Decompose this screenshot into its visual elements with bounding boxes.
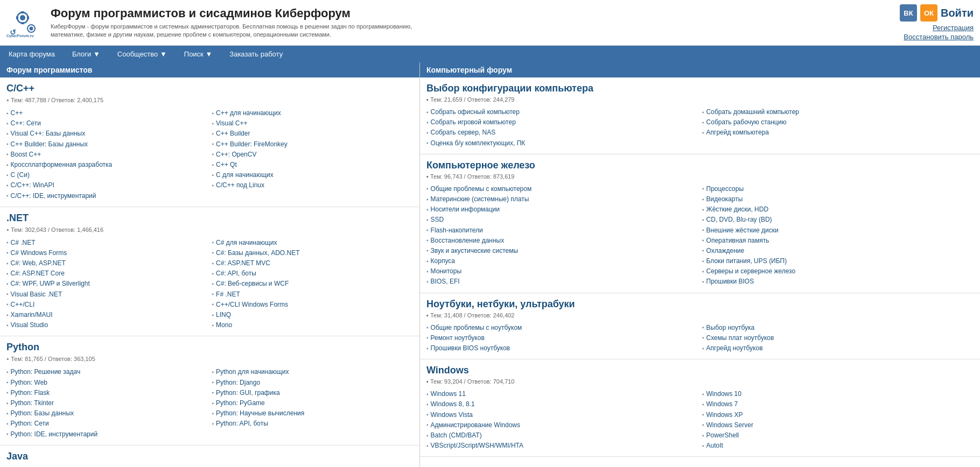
- forum-link[interactable]: C для начинающих: [216, 170, 274, 180]
- section-link-python[interactable]: Python: [6, 342, 39, 352]
- forum-link[interactable]: С (Си): [11, 170, 30, 180]
- forum-link[interactable]: Видеокарты: [706, 194, 743, 204]
- login-link[interactable]: Войти: [941, 7, 974, 19]
- forum-link[interactable]: C#: Базы данных, ADO.NET: [216, 248, 299, 258]
- forum-link[interactable]: Windows 7: [706, 399, 738, 409]
- forum-link[interactable]: C#: ASP.NET Core: [11, 268, 65, 279]
- forum-link[interactable]: Xamarin/MAUI: [11, 310, 53, 320]
- forum-link[interactable]: C#: WPF, UWP и Silverlight: [11, 279, 90, 289]
- forum-link[interactable]: Python: Flask: [11, 388, 50, 398]
- forum-link[interactable]: C++/CLI: [11, 300, 35, 310]
- nav-item-блоги[interactable]: Блоги ▼: [64, 46, 109, 62]
- right-section-link-config[interactable]: Выбор конфигурации компьютера: [426, 83, 593, 94]
- forum-link[interactable]: Windows 10: [706, 389, 741, 399]
- forum-link[interactable]: C#: Web, ASP.NET: [11, 258, 66, 268]
- forum-link[interactable]: Python: Сети: [11, 419, 49, 429]
- forum-link[interactable]: Администрирование Windows: [431, 420, 520, 430]
- forum-link[interactable]: Python: Решение задач: [11, 367, 81, 377]
- section-link-dotnet[interactable]: .NET: [6, 213, 29, 223]
- forum-link[interactable]: Восстановление данных: [431, 236, 505, 246]
- forum-link[interactable]: Python: Web: [11, 378, 47, 388]
- forum-link[interactable]: Batch (CMD/BAT): [431, 430, 482, 441]
- forum-link[interactable]: Материнские (системные) платы: [431, 194, 529, 204]
- forum-link[interactable]: C#: ASP.NET MVC: [216, 258, 270, 268]
- forum-link[interactable]: Python: Базы данных: [11, 408, 74, 419]
- forum-link[interactable]: Python: IDE, инструментарий: [11, 429, 98, 440]
- forum-link[interactable]: Оперативная память: [706, 236, 769, 246]
- forum-link[interactable]: Звук и акустические системы: [431, 246, 519, 256]
- forum-link[interactable]: Апгрейд ноутбуков: [706, 343, 763, 353]
- forum-link[interactable]: C++ для начинающих: [216, 108, 281, 118]
- forum-link[interactable]: C# для начинающих: [216, 238, 277, 248]
- forum-link[interactable]: Boost C++: [11, 150, 41, 160]
- forum-link[interactable]: C/C++: WinAPI: [11, 180, 54, 190]
- forum-link[interactable]: F# .NET: [216, 289, 240, 300]
- forum-link[interactable]: C++/CLI Windows Forms: [216, 300, 288, 310]
- section-link-cpp[interactable]: C/C++: [6, 83, 34, 94]
- forum-link[interactable]: Апгрейд компьютера: [706, 128, 769, 138]
- ok-button[interactable]: ОК: [920, 4, 937, 22]
- forum-link[interactable]: Python: PyGame: [216, 398, 265, 408]
- forum-link[interactable]: Собрать игровой компьютер: [431, 117, 516, 128]
- forum-link[interactable]: AutoIt: [706, 441, 723, 451]
- forum-link[interactable]: BIOS, EFI: [431, 277, 460, 287]
- forum-link[interactable]: Общие проблемы с компьютером: [431, 184, 532, 194]
- forum-link[interactable]: Python: GUI, графика: [216, 388, 280, 398]
- forum-link[interactable]: C++ Builder: FireMonkey: [216, 139, 288, 150]
- forum-link[interactable]: Python: Django: [216, 378, 260, 388]
- forum-link[interactable]: CD, DVD, Blu-ray (BD): [706, 215, 772, 225]
- forum-link[interactable]: PowerShell: [706, 430, 739, 441]
- forum-link[interactable]: Собрать домашний компьютер: [706, 107, 799, 117]
- forum-link[interactable]: Оценка б/у комплектующих, ПК: [431, 138, 526, 148]
- forum-link[interactable]: C++ Builder: [216, 129, 250, 139]
- forum-link[interactable]: C#: Веб-сервисы и WCF: [216, 279, 289, 289]
- forum-link[interactable]: Кроссплатформенная разработка: [11, 160, 113, 170]
- nav-item-заказатьработу[interactable]: Заказать работу: [221, 46, 291, 62]
- forum-link[interactable]: Python: API, боты: [216, 419, 268, 429]
- forum-link[interactable]: C#: API, боты: [216, 268, 256, 279]
- forum-link[interactable]: Собрать рабочую станцию: [706, 117, 787, 128]
- forum-link[interactable]: Windows Server: [706, 420, 753, 430]
- forum-link[interactable]: Внешние жёсткие диски: [706, 225, 779, 236]
- nav-item-картафорума[interactable]: Карта форума: [0, 46, 64, 62]
- right-section-link-notebooks[interactable]: Ноутбуки, нетбуки, ультрабуки: [426, 299, 575, 309]
- right-section-link-windows[interactable]: Windows: [426, 365, 469, 376]
- forum-link[interactable]: C# .NET: [11, 238, 36, 248]
- forum-link[interactable]: C++: OpenCV: [216, 150, 256, 160]
- forum-link[interactable]: Выбор ноутбука: [706, 323, 755, 333]
- forum-link[interactable]: Охлаждение: [706, 246, 745, 256]
- forum-link[interactable]: Общие проблемы с ноутбуком: [431, 323, 522, 333]
- forum-link[interactable]: Ремонт ноутбуков: [431, 333, 485, 343]
- forum-link[interactable]: Visual Basic .NET: [11, 289, 62, 300]
- forum-link[interactable]: Flash-накопители: [431, 225, 483, 236]
- forum-link[interactable]: C++: Сети: [11, 118, 41, 129]
- restore-password-link[interactable]: Восстановить пароль: [904, 33, 974, 41]
- forum-link[interactable]: Корпуса: [431, 256, 455, 266]
- forum-link[interactable]: LINQ: [216, 310, 231, 320]
- forum-link[interactable]: Процессоры: [706, 184, 744, 194]
- forum-link[interactable]: Windows Vista: [431, 410, 473, 420]
- forum-link[interactable]: Visual C++: Базы данных: [11, 129, 86, 139]
- forum-link[interactable]: C# Windows Forms: [11, 248, 67, 258]
- forum-link[interactable]: Python для начинающих: [216, 367, 289, 377]
- forum-link[interactable]: Python: Tkinter: [11, 398, 54, 408]
- forum-link[interactable]: VBScript/JScript/WSH/WMI/HTA: [431, 441, 523, 451]
- forum-link[interactable]: Windows 8, 8.1: [431, 399, 475, 409]
- forum-link[interactable]: Собрать сервер, NAS: [431, 128, 496, 138]
- forum-link[interactable]: Прошивки BIOS: [706, 277, 754, 287]
- vk-button[interactable]: ВК: [900, 4, 917, 22]
- forum-link[interactable]: C/C++ под Linux: [216, 180, 264, 190]
- forum-link[interactable]: Серверы и серверное железо: [706, 266, 796, 277]
- right-section-link-hardware[interactable]: Компьютерное железо: [426, 160, 535, 171]
- forum-link[interactable]: Windows XP: [706, 410, 743, 420]
- forum-link[interactable]: C++: [11, 108, 23, 118]
- nav-item-поиск[interactable]: Поиск ▼: [176, 46, 221, 62]
- register-link[interactable]: Регистрация: [933, 24, 974, 32]
- nav-item-сообщество[interactable]: Сообщество ▼: [109, 46, 176, 62]
- forum-link[interactable]: Windows 11: [431, 389, 466, 399]
- forum-link[interactable]: C/C++: IDE, инструментарий: [11, 191, 96, 201]
- forum-link[interactable]: Блоки питания, UPS (ИБП): [706, 256, 787, 266]
- forum-link[interactable]: Python: Научные вычисления: [216, 408, 304, 419]
- section-link-java[interactable]: Java: [6, 451, 28, 462]
- forum-link[interactable]: Мониторы: [431, 266, 461, 277]
